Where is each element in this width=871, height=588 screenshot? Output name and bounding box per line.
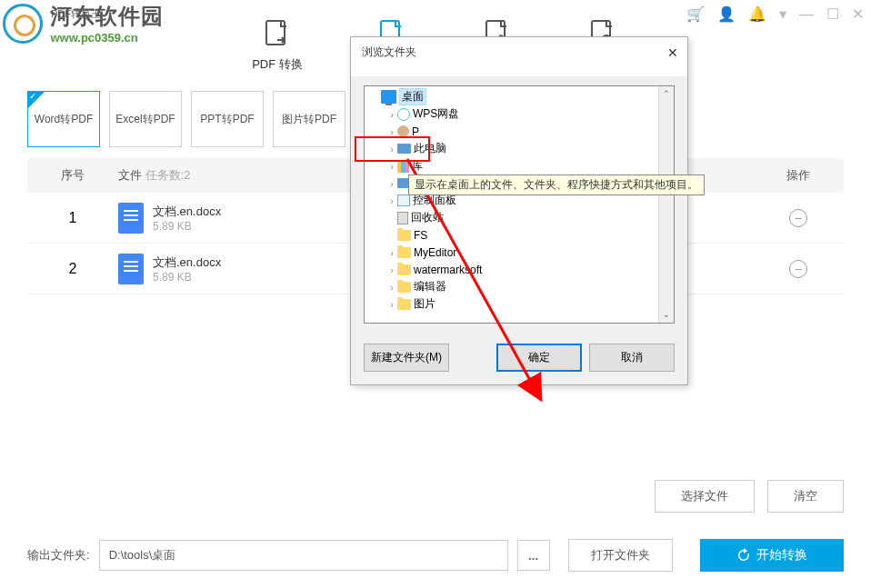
tab-label: Excel转PDF (115, 112, 175, 127)
browse-button[interactable]: ... (517, 540, 550, 571)
tree-item-label: WPS网盘 (413, 106, 459, 122)
watermark-logo-icon (3, 4, 43, 44)
folder-icon (397, 299, 411, 310)
dropdown-icon[interactable]: ▾ (779, 5, 786, 23)
tree-item-label: P (412, 125, 419, 138)
new-folder-button[interactable]: 新建文件夹(M) (364, 344, 449, 372)
tab-word-to-pdf[interactable]: Word转PDF (27, 91, 100, 147)
watermark-title: 河东软件园 (50, 2, 164, 31)
tree-expander-icon[interactable]: › (386, 144, 397, 154)
folder-tree: 桌面›WPS网盘›P›此电脑›库›网络›控制面板回收站FS›MyEditor›w… (364, 85, 675, 324)
tree-item-回收站[interactable]: 回收站 (365, 209, 674, 226)
dialog-titlebar: 浏览文件夹 ✕ (351, 37, 687, 76)
clear-button[interactable]: 清空 (767, 480, 844, 513)
tree-item-编辑器[interactable]: ›编辑器 (365, 278, 674, 295)
folder-icon (397, 282, 411, 293)
dialog-title-text: 浏览文件夹 (362, 45, 416, 60)
watermark-logo-block: 河东软件园 www.pc0359.cn (3, 2, 164, 45)
ctrl-icon (397, 194, 410, 206)
lib-icon (397, 160, 409, 173)
dialog-buttons: 新建文件夹(M) 确定 取消 (351, 333, 687, 384)
tree-item-桌面[interactable]: 桌面 (365, 88, 674, 105)
output-label: 输出文件夹: (27, 547, 90, 563)
start-label: 开始转换 (756, 547, 807, 563)
tab-label: 图片转PDF (282, 112, 336, 127)
row-seq: 1 (27, 210, 118, 226)
docx-icon (118, 254, 144, 284)
tree-expander-icon[interactable]: › (386, 264, 397, 275)
tree-item-label: FS (414, 229, 427, 242)
refresh-icon (736, 548, 751, 563)
tree-item-label: 此电脑 (414, 141, 446, 156)
minimize-icon[interactable]: — (799, 6, 814, 23)
tool-label: PDF 转换 (252, 56, 303, 73)
folder-icon (397, 247, 411, 258)
header-op: 操作 (753, 167, 844, 184)
output-path-field[interactable]: D:\tools\桌面 (99, 540, 508, 571)
tree-item-图片[interactable]: ›图片 (365, 295, 674, 313)
row-seq: 2 (27, 261, 118, 277)
cancel-button[interactable]: 取消 (589, 344, 675, 372)
folder-icon (397, 230, 411, 241)
tree-item-库[interactable]: ›库 (365, 157, 674, 174)
wps-icon (397, 108, 410, 121)
tool-pdf-convert[interactable]: PDF 转换 (252, 18, 303, 73)
watermark-url: www.pc0359.cn (50, 31, 164, 45)
scroll-up-icon[interactable]: ⌃ (659, 86, 674, 102)
tree-expander-icon[interactable]: › (386, 161, 397, 172)
tab-image-to-pdf[interactable]: 图片转PDF (273, 91, 345, 147)
cart-icon[interactable]: 🛒 (686, 5, 705, 23)
remove-button[interactable]: − (789, 260, 807, 278)
tree-item-p[interactable]: ›P (365, 123, 674, 140)
tab-label: Word转PDF (35, 112, 93, 127)
tab-label: PPT转PDF (200, 112, 254, 127)
tree-expander-icon[interactable]: › (386, 282, 397, 293)
bell-icon[interactable]: 🔔 (748, 5, 766, 23)
bottom-actions: 选择文件 清空 (655, 480, 844, 513)
tree-expander-icon[interactable]: › (386, 178, 397, 189)
tree-item-label: MyEditor (414, 246, 456, 259)
doc-arrow-icon (261, 18, 294, 51)
file-size: 5.89 KB (153, 220, 221, 233)
desktop-icon (381, 90, 396, 104)
tree-item-watermarksoft[interactable]: ›watermarksoft (365, 261, 674, 278)
tree-expander-icon[interactable]: › (386, 126, 397, 137)
tab-ppt-to-pdf[interactable]: PPT转PDF (191, 91, 264, 147)
pc-icon (397, 144, 411, 154)
output-row: 输出文件夹: D:\tools\桌面 ... 打开文件夹 开始转换 (27, 539, 844, 572)
select-file-button[interactable]: 选择文件 (655, 480, 755, 513)
tree-item-label: 图片 (414, 296, 436, 312)
tree-item-label: 桌面 (399, 88, 426, 105)
tree-item-此电脑[interactable]: ›此电脑 (365, 140, 674, 157)
file-name: 文档.en.docx (153, 204, 221, 220)
user-icon[interactable]: 👤 (717, 5, 736, 23)
tree-item-label: 编辑器 (414, 279, 446, 294)
scroll-down-icon[interactable]: ⌄ (659, 307, 674, 323)
close-window-icon[interactable]: ✕ (852, 5, 864, 23)
tree-scrollbar[interactable]: ⌃ ⌄ (658, 86, 674, 323)
dialog-close-icon[interactable]: ✕ (667, 45, 678, 60)
tree-expander-icon[interactable]: › (386, 195, 397, 206)
tree-item-fs[interactable]: FS (365, 226, 674, 244)
docx-icon (118, 203, 144, 234)
start-convert-button[interactable]: 开始转换 (700, 539, 844, 572)
tab-excel-to-pdf[interactable]: Excel转PDF (109, 91, 182, 147)
tree-item-myeditor[interactable]: ›MyEditor (365, 244, 674, 261)
tree-expander-icon[interactable]: › (386, 299, 397, 310)
tree-item-wps网盘[interactable]: ›WPS网盘 (365, 105, 674, 123)
tree-item-label: watermarksoft (414, 264, 482, 276)
window-controls: 🛒 👤 🔔 ▾ — ☐ ✕ (686, 5, 864, 23)
remove-button[interactable]: − (789, 209, 807, 227)
recycle-icon (397, 212, 408, 224)
file-name: 文档.en.docx (153, 254, 221, 271)
open-folder-button[interactable]: 打开文件夹 (568, 539, 673, 572)
desktop-tooltip: 显示在桌面上的文件、文件夹、程序快捷方式和其他项目。 (408, 174, 705, 195)
maximize-icon[interactable]: ☐ (826, 5, 839, 23)
header-seq: 序号 (27, 167, 118, 184)
tree-item-label: 回收站 (411, 210, 444, 225)
ok-button[interactable]: 确定 (496, 344, 582, 372)
file-size: 5.89 KB (153, 271, 221, 284)
tree-expander-icon[interactable]: › (386, 109, 397, 120)
tree-expander-icon[interactable]: › (386, 247, 397, 258)
browse-folder-dialog: 浏览文件夹 ✕ 桌面›WPS网盘›P›此电脑›库›网络›控制面板回收站FS›My… (350, 36, 688, 385)
